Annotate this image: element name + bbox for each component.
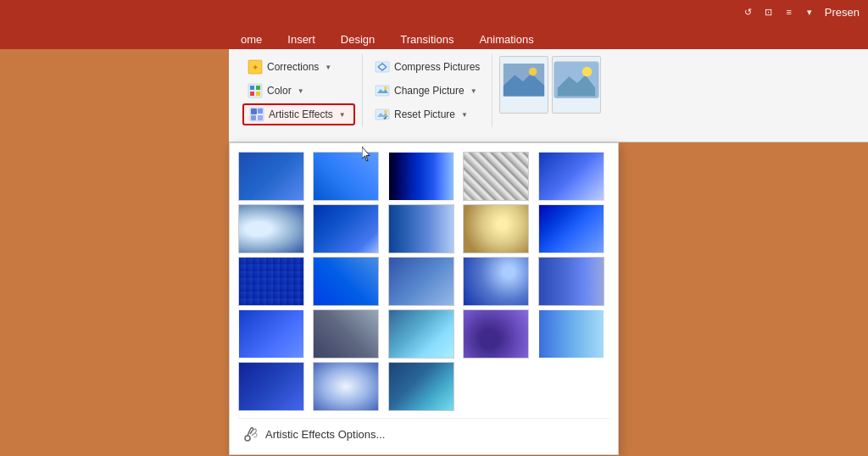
effect-thumb-10[interactable] (538, 204, 604, 253)
tab-home[interactable]: ome (229, 30, 274, 49)
svg-rect-5 (250, 92, 254, 96)
tab-design[interactable]: Design (329, 30, 387, 49)
title-bar-icons: ↺ ⊡ ≡ ▾ (740, 4, 818, 19)
svg-point-14 (384, 86, 387, 90)
svg-rect-6 (256, 92, 260, 96)
corrections-arrow: ▼ (325, 64, 331, 71)
color-icon (248, 83, 263, 98)
tab-animations[interactable]: Animations (467, 30, 545, 49)
effect-thumb-17[interactable] (313, 309, 379, 359)
effects-grid (238, 152, 609, 411)
effect-thumb-3[interactable] (388, 152, 454, 201)
title-bar: ↺ ⊡ ≡ ▾ Presen (0, 0, 868, 24)
svg-rect-8 (251, 108, 257, 114)
effect-thumb-5[interactable] (538, 152, 604, 201)
reset-picture-arrow: ▼ (461, 111, 468, 119)
artistic-effects-options-icon (243, 425, 260, 442)
effect-thumb-4[interactable] (463, 152, 529, 201)
undo-icon[interactable]: ↺ (740, 4, 757, 19)
effect-thumb-6[interactable] (238, 204, 304, 253)
effect-thumb-12[interactable] (313, 257, 379, 306)
effect-thumb-15[interactable] (538, 257, 604, 306)
svg-point-16 (384, 110, 387, 114)
effect-thumb-11[interactable] (238, 257, 304, 306)
color-button[interactable]: Color ▼ (242, 80, 355, 102)
picture-group: Compress Pictures Change Picture ▼ (363, 54, 492, 127)
svg-rect-11 (258, 115, 263, 120)
color-arrow: ▼ (298, 87, 304, 95)
dropdown-icon[interactable]: ▾ (801, 4, 818, 19)
ribbon-tabs-bar: ome Insert Design Transitions Animations (0, 24, 868, 49)
effect-thumb-13[interactable] (388, 257, 454, 306)
effect-thumb-9[interactable] (463, 204, 529, 253)
svg-rect-4 (256, 86, 260, 90)
svg-point-23 (245, 436, 250, 441)
corrections-icon: ✦ (248, 59, 263, 75)
corrections-button[interactable]: ✦ Corrections ▼ (242, 56, 355, 78)
artistic-effects-options-button[interactable]: Artistic Effects Options... (238, 418, 609, 446)
change-picture-arrow: ▼ (470, 87, 477, 95)
picture-style-thumb-2[interactable] (552, 56, 601, 114)
picture-style-thumb-1[interactable] (499, 56, 548, 114)
svg-rect-3 (250, 86, 254, 90)
effect-thumb-2[interactable] (313, 152, 379, 201)
artistic-effects-icon (249, 107, 264, 122)
app-title: Presen (825, 6, 860, 19)
artistic-effects-button[interactable]: Artistic Effects ▼ (242, 103, 355, 125)
effect-thumb-19[interactable] (463, 309, 529, 359)
svg-rect-10 (251, 115, 256, 120)
save-icon[interactable]: ≡ (781, 4, 798, 19)
tab-insert[interactable]: Insert (275, 30, 327, 49)
effect-thumb-23[interactable] (388, 362, 454, 411)
artistic-effects-arrow: ▼ (339, 111, 346, 119)
svg-rect-9 (258, 108, 263, 114)
svg-text:✦: ✦ (252, 63, 259, 72)
picture-styles-group (492, 54, 608, 115)
reset-picture-button[interactable]: Reset Picture ▼ (370, 103, 485, 125)
artistic-effects-dropdown: Artistic Effects Options... (229, 142, 619, 455)
effect-thumb-14[interactable] (463, 257, 529, 306)
reset-picture-icon (375, 107, 390, 122)
svg-point-19 (529, 68, 537, 76)
adjust-group: ✦ Corrections ▼ Color ▼ (236, 54, 363, 127)
svg-point-22 (582, 67, 593, 77)
effect-thumb-20[interactable] (538, 309, 604, 359)
compress-pictures-button[interactable]: Compress Pictures (370, 56, 485, 78)
ribbon-content: ✦ Corrections ▼ Color ▼ (229, 49, 868, 142)
effect-thumb-8[interactable] (388, 204, 454, 253)
format-icon[interactable]: ⊡ (760, 4, 777, 19)
effect-thumb-18[interactable] (388, 309, 454, 359)
compress-icon (375, 59, 390, 75)
effect-thumb-16[interactable] (238, 309, 304, 359)
effect-thumb-1[interactable] (238, 152, 304, 201)
change-picture-button[interactable]: Change Picture ▼ (370, 80, 485, 102)
effect-thumb-22[interactable] (313, 362, 379, 411)
effect-thumb-7[interactable] (313, 204, 379, 253)
tab-transitions[interactable]: Transitions (388, 30, 465, 49)
effect-thumb-21[interactable] (238, 362, 304, 411)
change-picture-icon (375, 83, 390, 98)
